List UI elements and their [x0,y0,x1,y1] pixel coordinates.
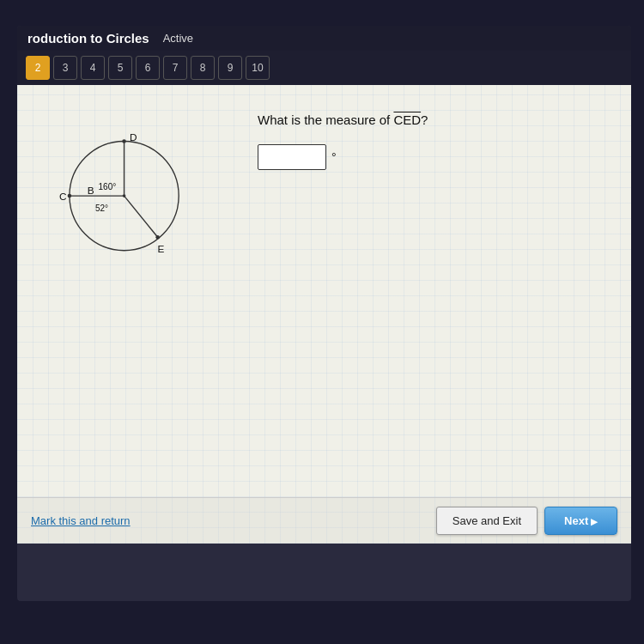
svg-text:D: D [130,131,137,143]
degree-symbol: ° [331,150,337,164]
svg-line-2 [125,196,158,237]
question-number-9[interactable]: 9 [218,56,242,80]
diagram-area: D B 160° 52° C E [34,102,223,480]
bottom-bar: Mark this and return Save and Exit Next [17,497,631,544]
main-content: D B 160° 52° C E What is the measure of … [17,85,631,497]
screen: roduction to Circles Active 2 3 4 5 6 7 … [17,26,631,601]
svg-text:52°: 52° [95,204,108,213]
question-area: What is the measure of CED? ° [258,102,614,480]
svg-point-6 [155,235,160,240]
svg-text:B: B [88,185,94,197]
question-number-bar: 2 3 4 5 6 7 8 9 10 [17,51,631,85]
answer-row: ° [258,144,614,170]
question-number-6[interactable]: 6 [136,56,160,80]
svg-point-7 [123,194,126,197]
question-number-3[interactable]: 3 [53,56,77,80]
mark-return-link[interactable]: Mark this and return [31,514,131,527]
svg-point-4 [122,139,126,143]
save-exit-button[interactable]: Save and Exit [436,507,538,535]
angle-label: CED [393,112,421,127]
question-number-4[interactable]: 4 [81,56,105,80]
answer-input[interactable] [258,144,326,170]
question-number-7[interactable]: 7 [163,56,187,80]
svg-text:E: E [158,243,165,255]
header-bar: roduction to Circles Active [17,26,631,51]
question-text: What is the measure of CED? [258,111,614,131]
svg-point-5 [68,194,72,198]
status-badge: Active [163,32,193,45]
question-number-2[interactable]: 2 [26,56,50,80]
page-title: roduction to Circles [27,31,149,46]
button-group: Save and Exit Next [436,507,617,535]
question-number-5[interactable]: 5 [108,56,132,80]
question-number-8[interactable]: 8 [191,56,215,80]
svg-text:C: C [59,191,67,203]
svg-text:160°: 160° [99,182,117,191]
next-button[interactable]: Next [544,507,617,535]
question-number-10[interactable]: 10 [246,56,270,80]
circle-diagram: D B 160° 52° C E [34,102,206,274]
